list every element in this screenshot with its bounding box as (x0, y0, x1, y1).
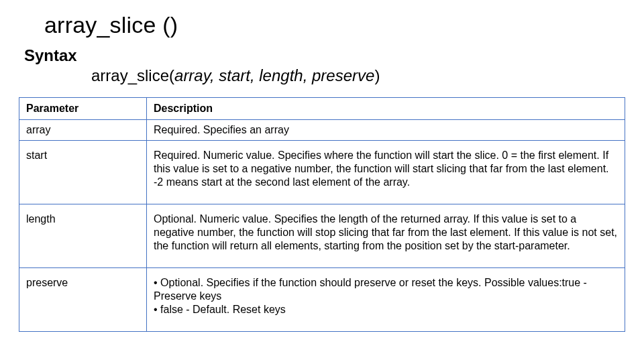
table-row: start Required. Numeric value. Specifies… (19, 141, 625, 204)
syntax-args: array, start, length, preserve (174, 66, 374, 84)
table-row: length Optional. Numeric value. Specifie… (19, 204, 625, 268)
col-header-parameter: Parameter (19, 98, 147, 120)
syntax-fn-close: ) (374, 66, 380, 84)
table-row: array Required. Specifies an array (19, 120, 625, 141)
param-desc: • Optional. Specifies if the function sh… (147, 268, 625, 332)
doc-page: array_slice () Syntax array_slice(array,… (0, 0, 644, 332)
param-name: length (19, 204, 147, 268)
bullet-line: • false - Default. Reset keys (154, 303, 618, 316)
param-desc: Optional. Numeric value. Specifies the l… (147, 204, 625, 268)
params-table: Parameter Description array Required. Sp… (19, 97, 625, 332)
page-title: array_slice () (44, 12, 625, 38)
param-name: array (19, 120, 147, 141)
param-desc: Required. Numeric value. Specifies where… (147, 141, 625, 204)
bullet-line: • Optional. Specifies if the function sh… (154, 276, 618, 303)
syntax-signature: array_slice(array, start, length, preser… (91, 66, 625, 85)
syntax-fn-open: array_slice( (91, 66, 174, 84)
param-name: start (19, 141, 147, 204)
param-name: preserve (19, 268, 147, 332)
table-row: preserve • Optional. Specifies if the fu… (19, 268, 625, 332)
col-header-description: Description (147, 98, 625, 120)
param-desc: Required. Specifies an array (147, 120, 625, 141)
table-header-row: Parameter Description (19, 98, 625, 120)
syntax-heading: Syntax (24, 46, 625, 65)
